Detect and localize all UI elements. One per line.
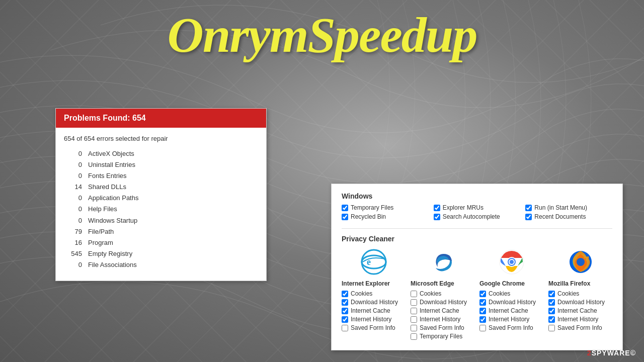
windows-check-label: Temporary Files <box>351 204 393 211</box>
problem-label: File/Path <box>88 226 114 237</box>
browser-checkbox[interactable] <box>479 291 486 297</box>
browser-checkbox[interactable] <box>342 291 348 297</box>
problem-count: 545 <box>64 248 82 259</box>
windows-check-item: Search Autocomplete <box>434 213 521 220</box>
browser-column: e Internet ExplorerCookiesDownload Histo… <box>342 247 406 340</box>
svg-point-11 <box>577 258 585 266</box>
browser-check-label: Download History <box>489 299 536 306</box>
browser-checkbox[interactable] <box>411 299 417 306</box>
windows-check-item: Temporary Files <box>342 204 429 211</box>
browser-check-label: Saved Form Info <box>351 324 395 331</box>
browser-checkbox[interactable] <box>411 308 417 314</box>
browser-checkbox[interactable] <box>342 325 348 331</box>
browser-checkbox[interactable] <box>479 308 486 314</box>
browser-checkbox[interactable] <box>548 299 555 306</box>
windows-checkbox[interactable] <box>342 205 348 211</box>
browser-check-label: Internet History <box>557 316 598 323</box>
browser-column: Mozilla FirefoxCookiesDownload HistoryIn… <box>548 247 612 340</box>
browser-check-label: Internet History <box>351 316 391 323</box>
problem-item: 0Fonts Entries <box>64 170 258 182</box>
browser-check-item: Cookies <box>411 290 467 297</box>
browser-check-item: Download History <box>411 299 467 306</box>
browser-check-label: Internet History <box>489 316 529 323</box>
browser-checks: CookiesDownload HistoryInternet CacheInt… <box>411 290 467 340</box>
browser-check-label: Saved Form Info <box>489 324 533 331</box>
browser-check-label: Saved Form Info <box>557 324 602 331</box>
browser-check-label: Internet Cache <box>489 307 528 314</box>
problem-label: Windows Startup <box>88 215 137 226</box>
problem-count: 79 <box>64 226 82 237</box>
browser-checkbox[interactable] <box>411 325 417 331</box>
browser-check-item: Download History <box>479 299 536 306</box>
windows-check-item: Explorer MRUs <box>434 204 521 211</box>
windows-check-label: Recent Documents <box>534 213 586 220</box>
browser-check-label: Internet History <box>420 316 460 323</box>
watermark-number: 2 <box>587 349 592 357</box>
problem-count: 0 <box>64 159 82 170</box>
browser-checkbox[interactable] <box>342 308 348 314</box>
section-divider <box>342 228 612 229</box>
app-title: OnrymSpeedup <box>0 10 644 60</box>
browser-name: Mozilla Firefox <box>548 280 590 287</box>
browser-checkbox[interactable] <box>548 325 555 331</box>
browser-checks: CookiesDownload HistoryInternet CacheInt… <box>479 290 536 331</box>
problem-item: 0File Associations <box>64 259 258 270</box>
problem-label: Application Paths <box>88 193 138 204</box>
problem-label: File Associations <box>88 259 137 270</box>
problem-label: Shared DLLs <box>88 182 126 193</box>
browser-check-label: Internet Cache <box>420 307 459 314</box>
windows-checkbox[interactable] <box>525 214 532 220</box>
watermark: 2SPYWARE© <box>587 349 636 357</box>
browser-check-item: Saved Form Info <box>548 324 605 331</box>
windows-check-item: Run (in Start Menu) <box>525 204 612 211</box>
browser-check-item: Internet History <box>411 316 467 323</box>
problem-item: 0Help Files <box>64 204 258 215</box>
browser-checkbox[interactable] <box>411 291 417 297</box>
privacy-panel: Windows Temporary FilesExplorer MRUsRun … <box>331 184 623 350</box>
problems-body: 654 of 654 errors selected for repair 0A… <box>56 128 266 281</box>
chrome-icon <box>497 247 527 277</box>
windows-check-label: Search Autocomplete <box>443 213 500 220</box>
browser-checks: CookiesDownload HistoryInternet CacheInt… <box>548 290 605 331</box>
windows-check-label: Explorer MRUs <box>443 204 484 211</box>
browser-check-label: Download History <box>420 299 467 306</box>
browser-checkbox[interactable] <box>479 316 486 323</box>
browser-check-label: Temporary Files <box>420 333 462 340</box>
browser-checkbox[interactable] <box>411 316 417 323</box>
problem-count: 0 <box>64 215 82 226</box>
browser-check-label: Cookies <box>351 290 372 297</box>
problem-item: 14Shared DLLs <box>64 182 258 193</box>
browser-checkbox[interactable] <box>548 291 555 297</box>
browser-check-item: Internet Cache <box>411 307 467 314</box>
problem-count: 0 <box>64 204 82 215</box>
problem-count: 0 <box>64 259 82 270</box>
browser-check-item: Saved Form Info <box>342 324 398 331</box>
browser-check-item: Saved Form Info <box>479 324 536 331</box>
windows-checkbox[interactable] <box>434 205 440 211</box>
browser-checkbox[interactable] <box>548 316 555 323</box>
watermark-text: SPYWARE© <box>592 349 636 357</box>
windows-checkbox[interactable] <box>525 205 532 211</box>
browser-check-label: Internet Cache <box>557 307 597 314</box>
browser-checkbox[interactable] <box>342 316 348 323</box>
browser-checkbox[interactable] <box>479 299 486 306</box>
browser-check-item: Cookies <box>548 290 605 297</box>
browser-checkbox[interactable] <box>411 333 417 340</box>
browser-check-item: Internet History <box>479 316 536 323</box>
browser-check-label: Cookies <box>557 290 579 297</box>
problem-item: 16Program <box>64 237 258 248</box>
browser-checkbox[interactable] <box>548 308 555 314</box>
browser-checkbox[interactable] <box>342 299 348 306</box>
ie-icon: e <box>359 247 389 277</box>
browser-check-item: Internet History <box>548 316 605 323</box>
windows-checkbox[interactable] <box>434 214 440 220</box>
problem-label: Uninstall Entries <box>88 159 135 170</box>
windows-check-item: Recent Documents <box>525 213 612 220</box>
browser-name: Microsoft Edge <box>411 280 454 287</box>
browser-checkbox[interactable] <box>479 325 486 331</box>
windows-checkbox[interactable] <box>342 214 348 220</box>
problems-subtitle: 654 of 654 errors selected for repair <box>64 135 258 142</box>
problem-item: 0Uninstall Entries <box>64 159 258 170</box>
problems-list: 0ActiveX Objects0Uninstall Entries0Fonts… <box>64 148 258 270</box>
browser-check-label: Saved Form Info <box>420 324 464 331</box>
